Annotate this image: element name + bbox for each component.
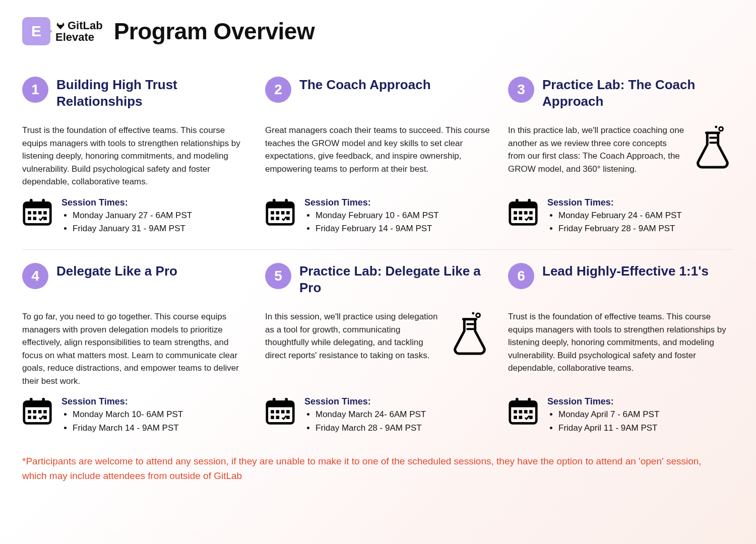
session-time-item: Monday March 10- 6AM PST [73, 408, 248, 421]
brand-gitlab: GitLab [55, 20, 103, 31]
session-time-item: Monday April 7 - 6AM PST [558, 408, 734, 421]
flask-icon [690, 124, 734, 169]
session-time-item: Monday March 24- 6AM PST [316, 408, 491, 421]
module-header: 3 Practice Lab: The Coach Approach [508, 77, 734, 117]
modules-grid: 1 Building High Trust Relationships Trus… [22, 63, 734, 449]
module-card: 1 Building High Trust Relationships Trus… [22, 63, 248, 249]
session-block: Session Times: Monday March 24- 6AM PSTF… [265, 396, 491, 435]
module-description: In this practice lab, we'll practice coa… [508, 124, 684, 175]
session-times-list: Monday January 27 - 6AM PSTFriday Januar… [61, 209, 248, 236]
session-time-item: Friday March 14 - 9AM PST [73, 422, 248, 435]
module-description: Great managers coach their teams to succ… [265, 124, 491, 175]
flask-icon [448, 310, 491, 356]
session-info: Session Times: Monday April 7 - 6AM PSTF… [547, 396, 734, 435]
session-times-label: Session Times: [304, 396, 491, 407]
session-info: Session Times: Monday March 10- 6AM PSTF… [61, 396, 248, 435]
module-card: 5 Practice Lab: Delegate Like a Pro In t… [265, 250, 491, 449]
module-card: 3 Practice Lab: The Coach Approach In th… [508, 63, 734, 249]
brand-top-label: GitLab [68, 20, 103, 31]
session-times-label: Session Times: [304, 197, 491, 208]
calendar-icon [22, 197, 52, 229]
module-description: In this session, we'll practice using de… [265, 310, 442, 362]
module-body: Great managers coach their teams to succ… [265, 124, 491, 175]
session-times-label: Session Times: [61, 197, 248, 208]
gitlab-icon [55, 20, 66, 30]
brand-elevate: Elevate [55, 31, 103, 43]
module-header: 4 Delegate Like a Pro [22, 263, 248, 303]
session-info: Session Times: Monday February 24 - 6AM … [547, 197, 734, 236]
page-header: E GitLab Elevate Program Overview [22, 17, 734, 45]
module-description: Trust is the foundation of effective tea… [22, 124, 248, 188]
module-title: The Coach Approach [299, 77, 431, 93]
module-number-badge: 2 [265, 77, 291, 103]
module-header: 5 Practice Lab: Delegate Like a Pro [265, 263, 491, 303]
session-times-list: Monday February 24 - 6AM PSTFriday Febru… [547, 209, 734, 236]
module-header: 2 The Coach Approach [265, 77, 491, 117]
calendar-icon [508, 197, 538, 229]
module-description: To go far, you need to go together. This… [22, 310, 248, 387]
session-info: Session Times: Monday February 10 - 6AM … [304, 197, 491, 236]
session-time-item: Friday March 28 - 9AM PST [316, 422, 491, 435]
session-times-list: Monday February 10 - 6AM PSTFriday Febru… [304, 209, 491, 236]
session-time-item: Friday February 28 - 9AM PST [558, 222, 734, 235]
session-time-item: Monday January 27 - 6AM PST [73, 209, 248, 222]
session-times-list: Monday April 7 - 6AM PSTFriday April 11 … [547, 408, 734, 435]
session-block: Session Times: Monday April 7 - 6AM PSTF… [508, 396, 734, 435]
module-title: Practice Lab: Delegate Like a Pro [299, 263, 491, 296]
session-block: Session Times: Monday March 10- 6AM PSTF… [22, 396, 248, 435]
module-card: 6 Lead Highly-Effective 1:1's Trust is t… [508, 250, 734, 449]
page-title: Program Overview [114, 18, 315, 45]
module-number-badge: 6 [508, 263, 534, 289]
module-number-badge: 5 [265, 263, 291, 289]
module-number-badge: 4 [22, 263, 48, 289]
session-time-item: Friday January 31 - 9AM PST [73, 222, 248, 235]
elevate-badge-icon: E [22, 17, 50, 45]
session-time-item: Friday February 14 - 9AM PST [316, 222, 491, 235]
session-times-list: Monday March 24- 6AM PSTFriday March 28 … [304, 408, 491, 435]
module-body: Trust is the foundation of effective tea… [22, 124, 248, 188]
module-title: Building High Trust Relationships [56, 77, 248, 109]
session-block: Session Times: Monday February 10 - 6AM … [265, 197, 491, 236]
module-body: In this session, we'll practice using de… [265, 310, 491, 362]
calendar-icon [265, 197, 295, 229]
module-title: Lead Highly-Effective 1:1's [542, 263, 709, 280]
session-info: Session Times: Monday March 24- 6AM PSTF… [304, 396, 491, 435]
module-body: Trust is the foundation of effective tea… [508, 310, 734, 375]
module-card: 4 Delegate Like a Pro To go far, you nee… [22, 250, 248, 449]
module-number-badge: 1 [22, 77, 48, 103]
footnote-text: *Participants are welcome to attend any … [22, 454, 718, 484]
module-title: Delegate Like a Pro [56, 263, 177, 280]
calendar-icon [508, 396, 538, 428]
calendar-icon [265, 396, 295, 428]
session-info: Session Times: Monday January 27 - 6AM P… [61, 197, 248, 236]
module-body: To go far, you need to go together. This… [22, 310, 248, 387]
session-times-list: Monday March 10- 6AM PSTFriday March 14 … [61, 408, 248, 435]
module-header: 6 Lead Highly-Effective 1:1's [508, 263, 734, 303]
module-number-badge: 3 [508, 77, 534, 103]
module-card: 2 The Coach Approach Great managers coac… [265, 63, 491, 249]
logo-block: E GitLab Elevate [22, 17, 103, 45]
module-description: Trust is the foundation of effective tea… [508, 310, 734, 375]
calendar-icon [22, 396, 52, 428]
module-body: In this practice lab, we'll practice coa… [508, 124, 734, 175]
module-title: Practice Lab: The Coach Approach [542, 77, 734, 109]
session-time-item: Monday February 10 - 6AM PST [316, 209, 491, 222]
session-block: Session Times: Monday February 24 - 6AM … [508, 197, 734, 236]
session-block: Session Times: Monday January 27 - 6AM P… [22, 197, 248, 236]
session-times-label: Session Times: [547, 396, 734, 407]
session-times-label: Session Times: [61, 396, 248, 407]
logo-text: GitLab Elevate [55, 20, 103, 43]
session-times-label: Session Times: [547, 197, 734, 208]
module-header: 1 Building High Trust Relationships [22, 77, 248, 117]
session-time-item: Friday April 11 - 9AM PST [558, 422, 734, 435]
session-time-item: Monday February 24 - 6AM PST [558, 209, 734, 222]
